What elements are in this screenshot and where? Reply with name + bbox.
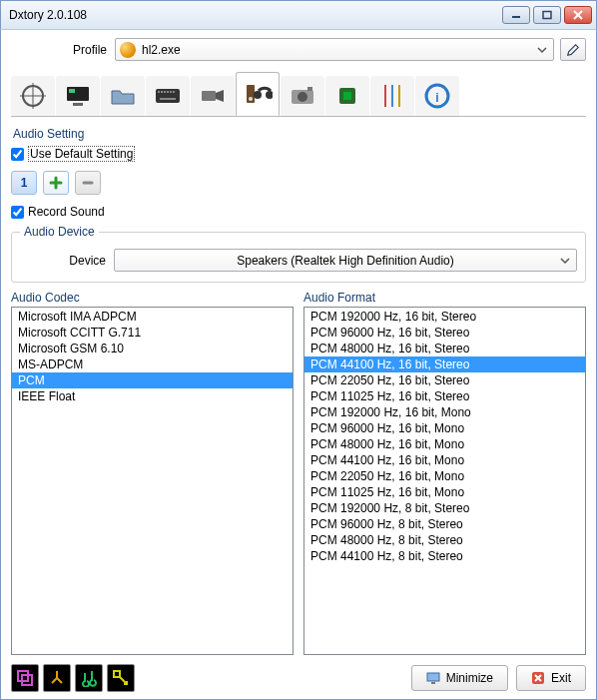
profile-value: hl2.exe [142,43,181,57]
format-item[interactable]: PCM 96000 Hz, 8 bit, Stereo [304,516,585,532]
profile-select[interactable]: hl2.exe [115,38,554,61]
svg-rect-11 [164,91,166,93]
format-item[interactable]: PCM 44100 Hz, 16 bit, Mono [304,452,585,468]
channel-row: 1 [11,171,586,195]
profile-edit-button[interactable] [560,38,586,61]
tab-screenshot[interactable] [281,76,324,116]
svg-point-20 [266,91,273,99]
codec-item[interactable]: Microsoft CCITT G.711 [12,325,293,341]
tray-button-3[interactable] [75,664,103,692]
device-value: Speakers (Realtek High Definition Audio) [237,254,453,268]
codec-item[interactable]: IEEE Float [12,388,293,404]
svg-rect-15 [160,98,176,100]
svg-rect-35 [427,673,439,681]
format-item[interactable]: PCM 44100 Hz, 16 bit, Stereo [304,356,585,372]
profile-row: Profile hl2.exe [11,38,586,61]
tab-hotkey[interactable] [146,76,190,116]
codec-listbox[interactable]: Microsoft IMA ADPCMMicrosoft CCITT G.711… [11,307,294,655]
svg-point-18 [249,97,253,101]
channel-1-button[interactable]: 1 [11,171,37,195]
format-item[interactable]: PCM 44100 Hz, 8 bit, Stereo [304,548,585,564]
tab-processor[interactable] [325,76,369,116]
format-item[interactable]: PCM 96000 Hz, 16 bit, Stereo [304,325,585,341]
svg-rect-34 [114,671,120,677]
svg-rect-7 [73,103,83,106]
window-body: Profile hl2.exe i Audio Setting Use Defa… [0,30,597,700]
use-default-input[interactable] [11,148,24,161]
codec-item[interactable]: Microsoft IMA ADPCM [12,309,293,325]
svg-rect-1 [543,12,551,19]
toolbar-tabs: i [11,73,586,117]
bottom-bar: Minimize Exit [11,663,586,693]
tab-tools[interactable] [370,76,414,116]
svg-point-22 [298,92,307,102]
format-item[interactable]: PCM 192000 Hz, 8 bit, Stereo [304,500,585,516]
tray-button-2[interactable] [43,664,71,692]
codec-item[interactable]: PCM [12,372,293,388]
record-sound-checkbox[interactable]: Record Sound [11,205,586,219]
chevron-down-icon [535,43,549,57]
exit-button[interactable]: Exit [516,665,586,691]
svg-rect-14 [173,91,175,93]
audio-setting-label: Audio Setting [13,127,586,141]
svg-rect-10 [161,91,163,93]
window-minimize-button[interactable] [502,6,530,24]
use-default-label: Use Default Setting [28,146,135,162]
format-item[interactable]: PCM 48000 Hz, 8 bit, Stereo [304,532,585,548]
close-icon [531,671,545,685]
codec-pane: Audio Codec Microsoft IMA ADPCMMicrosoft… [11,291,294,655]
format-item[interactable]: PCM 11025 Hz, 16 bit, Mono [304,484,585,500]
window-maximize-button[interactable] [533,6,561,24]
minimize-label: Minimize [446,671,493,685]
svg-rect-9 [158,91,160,93]
record-sound-input[interactable] [11,206,24,219]
svg-rect-12 [167,91,169,93]
format-item[interactable]: PCM 48000 Hz, 16 bit, Mono [304,436,585,452]
window-title: Dxtory 2.0.108 [9,8,499,22]
chevron-down-icon [558,254,572,268]
use-default-checkbox[interactable]: Use Default Setting [11,146,586,162]
codec-item[interactable]: Microsoft GSM 6.10 [12,341,293,356]
pencil-icon [566,43,580,57]
tab-video[interactable] [191,76,235,116]
format-item[interactable]: PCM 96000 Hz, 16 bit, Mono [304,420,585,436]
tray-button-1[interactable] [11,664,39,692]
tab-folder[interactable] [101,76,145,116]
svg-point-19 [254,91,262,99]
format-listbox[interactable]: PCM 192000 Hz, 16 bit, StereoPCM 96000 H… [303,307,586,655]
codec-item[interactable]: MS-ADPCM [12,356,293,372]
svg-rect-6 [69,89,75,93]
audio-device-fieldset: Audio Device Device Speakers (Realtek Hi… [11,225,586,283]
svg-rect-16 [202,91,216,101]
device-label: Device [20,254,114,268]
svg-rect-23 [307,87,312,91]
format-item[interactable]: PCM 22050 Hz, 16 bit, Stereo [304,372,585,388]
record-sound-label: Record Sound [28,205,105,219]
format-item[interactable]: PCM 11025 Hz, 16 bit, Stereo [304,388,585,404]
channel-add-button[interactable] [43,171,69,195]
svg-text:i: i [435,91,438,105]
svg-rect-13 [170,91,172,93]
codec-pane-label: Audio Codec [11,291,294,305]
window-close-button[interactable] [564,6,592,24]
tray-button-4[interactable] [107,664,135,692]
format-item[interactable]: PCM 22050 Hz, 16 bit, Mono [304,468,585,484]
monitor-icon [426,671,440,685]
device-select[interactable]: Speakers (Realtek High Definition Audio) [114,249,577,272]
titlebar: Dxtory 2.0.108 [0,0,597,30]
format-item[interactable]: PCM 48000 Hz, 16 bit, Stereo [304,341,585,356]
svg-rect-36 [431,682,435,684]
tab-overlay[interactable] [56,76,100,116]
svg-rect-25 [343,92,351,100]
channel-remove-button[interactable] [75,171,101,195]
tab-target[interactable] [11,76,55,116]
audio-device-legend: Audio Device [20,225,99,239]
minimize-button[interactable]: Minimize [411,665,508,691]
format-pane: Audio Format PCM 192000 Hz, 16 bit, Ster… [303,291,586,655]
format-item[interactable]: PCM 192000 Hz, 16 bit, Stereo [304,309,585,325]
codec-format-panes: Audio Codec Microsoft IMA ADPCMMicrosoft… [11,291,586,655]
profile-label: Profile [11,43,115,57]
tab-audio[interactable] [236,72,280,116]
tab-info[interactable]: i [415,76,459,116]
format-item[interactable]: PCM 192000 Hz, 16 bit, Mono [304,404,585,420]
